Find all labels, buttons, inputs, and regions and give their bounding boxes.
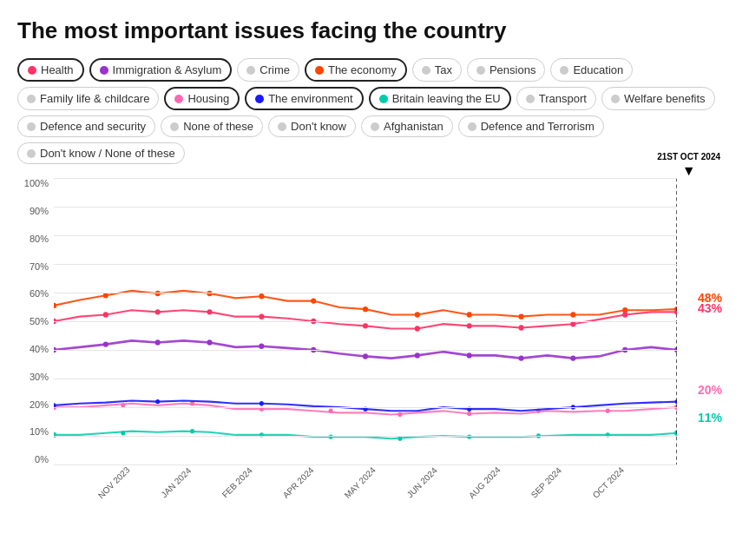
- end-value-11: 11%: [698, 411, 722, 425]
- filter-chip-defence_terror[interactable]: Defence and Terrorism: [458, 115, 604, 137]
- filter-dot-defence_terror: [468, 122, 476, 131]
- filter-chip-none[interactable]: None of these: [161, 115, 263, 137]
- chart-inner: NOV 2023JAN 2024FEB 2024APR 2024MAY 2024…: [54, 178, 677, 464]
- gridline: [54, 436, 677, 437]
- y-label: 10%: [30, 426, 49, 437]
- gridline: [54, 293, 677, 293]
- filter-label-economy: The economy: [328, 63, 397, 76]
- page-title: The most important issues facing the cou…: [17, 17, 732, 44]
- x-label: FEB 2024: [220, 465, 253, 499]
- y-axis: 100%90%80%70%60%50%40%30%20%10%0%: [17, 178, 52, 464]
- filter-dot-pensions: [476, 66, 485, 75]
- chart-area: 100%90%80%70%60%50%40%30%20%10%0%: [17, 178, 732, 464]
- y-label: 70%: [30, 261, 49, 272]
- filter-chip-afghanistan[interactable]: Afghanistan: [361, 115, 453, 137]
- filter-chip-immigration[interactable]: Immigration & Asylum: [89, 58, 233, 82]
- gridline: [54, 321, 677, 322]
- gridlines: [54, 178, 677, 464]
- filter-label-immigration: Immigration & Asylum: [113, 63, 222, 76]
- filter-dot-afghanistan: [371, 122, 379, 131]
- y-label: 50%: [30, 316, 49, 326]
- filter-label-transport: Transport: [539, 92, 587, 105]
- filter-label-defence: Defence and security: [40, 120, 146, 133]
- filter-chip-dontknow[interactable]: Don't know: [268, 115, 356, 137]
- gridline: [54, 207, 677, 208]
- gridline: [54, 379, 677, 379]
- filter-dot-dontknow: [278, 122, 286, 131]
- gridline: [54, 350, 677, 351]
- y-label: 90%: [30, 206, 49, 216]
- filter-chip-brexit[interactable]: Britain leaving the EU: [369, 87, 511, 110]
- filter-dot-economy: [315, 66, 324, 75]
- filter-label-defence_terror: Defence and Terrorism: [481, 120, 595, 133]
- x-label: SEP 2024: [529, 465, 563, 499]
- y-label: 20%: [30, 399, 49, 410]
- x-label: APR 2024: [281, 465, 316, 500]
- filter-dot-brexit: [379, 95, 388, 103]
- filter-chip-environment[interactable]: The environment: [245, 87, 364, 110]
- filter-dot-health: [28, 66, 36, 75]
- filter-chip-economy[interactable]: The economy: [305, 58, 407, 82]
- filter-dot-education: [560, 66, 568, 75]
- filter-dot-crime: [246, 66, 255, 75]
- x-axis: NOV 2023JAN 2024FEB 2024APR 2024MAY 2024…: [90, 479, 625, 489]
- x-label: NOV 2023: [96, 465, 132, 501]
- filter-label-health: Health: [41, 63, 74, 76]
- filter-dot-dontknow_none: [27, 149, 36, 158]
- y-label: 100%: [24, 178, 49, 188]
- filter-dot-defence: [27, 122, 36, 131]
- gridline: [54, 178, 677, 179]
- filter-dot-transport: [526, 95, 535, 103]
- filter-label-dontknow_none: Don't know / None of these: [40, 147, 175, 160]
- filter-dot-immigration: [100, 66, 108, 75]
- y-label: 30%: [30, 372, 49, 382]
- filter-chip-family[interactable]: Family life & childcare: [17, 87, 159, 110]
- x-label: JAN 2024: [159, 466, 193, 500]
- filter-chip-dontknow_none[interactable]: Don't know / None of these: [17, 142, 185, 164]
- filter-label-housing: Housing: [187, 92, 229, 105]
- x-label: JUN 2024: [405, 465, 439, 499]
- end-value-20: 20%: [698, 383, 722, 397]
- filter-label-afghanistan: Afghanistan: [384, 120, 443, 133]
- filter-label-tax: Tax: [435, 63, 452, 76]
- filter-dot-family: [27, 95, 36, 103]
- filter-dot-housing: [174, 95, 183, 103]
- filter-label-family: Family life & childcare: [40, 92, 149, 105]
- filter-dot-none: [170, 122, 179, 131]
- gridline: [54, 464, 677, 465]
- y-label: 60%: [30, 288, 49, 299]
- end-value-43: 43%: [698, 301, 722, 315]
- x-label: AUG 2024: [466, 465, 502, 501]
- filter-label-dontknow: Don't know: [291, 120, 346, 133]
- filter-dot-environment: [255, 95, 264, 103]
- filter-chip-crime[interactable]: Crime: [237, 58, 299, 82]
- y-label: 0%: [35, 454, 49, 464]
- filter-chip-pensions[interactable]: Pensions: [467, 58, 545, 82]
- filter-label-crime: Crime: [260, 63, 290, 76]
- filter-chips-container: HealthImmigration & AsylumCrimeThe econo…: [17, 58, 732, 164]
- gridline: [54, 264, 677, 265]
- filter-chip-welfare[interactable]: Welfare benefits: [601, 87, 715, 110]
- x-label: MAY 2024: [343, 465, 378, 500]
- filter-label-environment: The environment: [268, 92, 353, 105]
- filter-label-none: None of these: [183, 120, 253, 133]
- filter-dot-tax: [422, 66, 430, 75]
- gridline: [54, 407, 677, 408]
- filter-dot-welfare: [611, 95, 620, 103]
- filter-chip-education[interactable]: Education: [550, 58, 633, 82]
- filter-label-welfare: Welfare benefits: [624, 92, 706, 105]
- x-label: OCT 2024: [591, 465, 626, 500]
- date-label: 21ST OCT 2024 ▼: [657, 152, 720, 179]
- filter-chip-tax[interactable]: Tax: [412, 58, 462, 82]
- y-label: 40%: [30, 344, 49, 354]
- chart-container: 100%90%80%70%60%50%40%30%20%10%0%: [17, 178, 729, 464]
- filter-chip-health[interactable]: Health: [17, 58, 84, 82]
- filter-chip-transport[interactable]: Transport: [516, 87, 596, 110]
- filter-chip-defence[interactable]: Defence and security: [17, 115, 155, 137]
- gridline: [54, 235, 677, 236]
- y-label: 80%: [30, 234, 49, 244]
- filter-label-education: Education: [573, 63, 623, 76]
- filter-label-pensions: Pensions: [489, 63, 535, 76]
- filter-chip-housing[interactable]: Housing: [164, 87, 240, 110]
- filter-label-brexit: Britain leaving the EU: [392, 92, 501, 105]
